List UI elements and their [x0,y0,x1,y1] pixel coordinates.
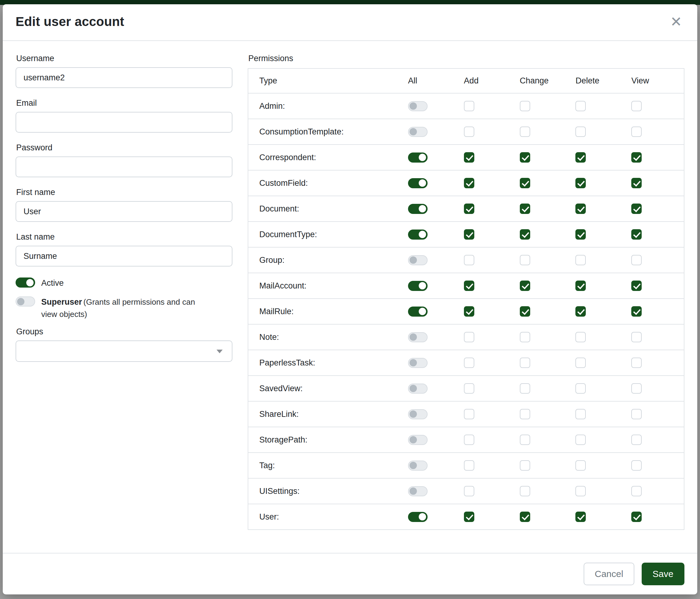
permission-all-toggle[interactable] [408,204,428,214]
permission-change-checkbox[interactable] [520,126,530,137]
permission-change-checkbox[interactable] [520,178,530,188]
permission-view-checkbox[interactable] [631,152,642,163]
permission-change-checkbox[interactable] [520,435,530,445]
permission-delete-checkbox[interactable] [575,358,586,368]
permission-add-checkbox[interactable] [464,358,474,368]
permission-change-checkbox[interactable] [520,409,530,419]
permission-change-checkbox[interactable] [520,306,530,317]
permission-view-checkbox[interactable] [631,486,642,496]
permission-all-toggle[interactable] [408,486,428,496]
permission-view-checkbox[interactable] [631,101,642,111]
permission-add-checkbox[interactable] [464,486,474,496]
permission-view-checkbox[interactable] [631,126,642,137]
permission-all-toggle[interactable] [408,435,428,445]
permission-all-toggle[interactable] [408,178,428,188]
superuser-toggle-row: Superuser (Grants all permissions and ca… [16,296,232,320]
permission-all-toggle[interactable] [408,512,428,522]
cancel-button[interactable]: Cancel [584,562,634,585]
permission-view-checkbox[interactable] [631,332,642,342]
permission-add-checkbox[interactable] [464,152,474,163]
permission-add-checkbox[interactable] [464,281,474,291]
permission-delete-checkbox[interactable] [575,152,586,163]
permission-view-checkbox[interactable] [631,255,642,265]
permission-all-toggle[interactable] [408,281,428,291]
permission-add-checkbox[interactable] [464,203,474,214]
permission-delete-checkbox[interactable] [575,126,586,137]
permission-delete-checkbox[interactable] [575,486,586,496]
permission-change-checkbox[interactable] [520,255,530,265]
close-icon[interactable]: ✕ [668,14,684,30]
permission-change-checkbox[interactable] [520,152,530,163]
permission-all-toggle[interactable] [408,255,428,265]
permission-delete-checkbox[interactable] [575,460,586,471]
permission-delete-checkbox[interactable] [575,101,586,111]
permission-change-checkbox[interactable] [520,229,530,240]
permission-change-checkbox[interactable] [520,358,530,368]
first-name-field[interactable] [16,201,232,222]
permission-add-checkbox[interactable] [464,460,474,471]
permission-change-checkbox[interactable] [520,460,530,471]
password-field[interactable] [16,157,232,177]
permission-add-checkbox[interactable] [464,101,474,111]
permission-delete-checkbox[interactable] [575,229,586,240]
permission-add-checkbox[interactable] [464,178,474,188]
permission-delete-checkbox[interactable] [575,511,586,522]
permission-view-checkbox[interactable] [631,306,642,317]
email-field[interactable] [16,112,232,133]
permission-view-checkbox[interactable] [631,229,642,240]
permission-view-checkbox[interactable] [631,511,642,522]
permission-all-toggle[interactable] [408,307,428,317]
permission-delete-checkbox[interactable] [575,332,586,342]
permission-add-checkbox[interactable] [464,229,474,240]
permission-add-checkbox[interactable] [464,435,474,445]
save-button[interactable]: Save [642,562,684,585]
permission-all-toggle[interactable] [408,384,428,393]
permission-all-toggle[interactable] [408,409,428,419]
permission-all-toggle[interactable] [408,358,428,368]
permission-add-checkbox[interactable] [464,126,474,137]
permission-change-checkbox[interactable] [520,281,530,291]
permission-all-toggle[interactable] [408,230,428,240]
permission-view-checkbox[interactable] [631,178,642,188]
permission-add-checkbox[interactable] [464,511,474,522]
permission-all-toggle[interactable] [408,127,428,137]
superuser-toggle[interactable] [16,296,35,307]
permission-view-checkbox[interactable] [631,409,642,419]
permission-delete-checkbox[interactable] [575,435,586,445]
username-input[interactable] [16,67,232,88]
permission-change-checkbox[interactable] [520,203,530,214]
active-toggle[interactable] [16,278,35,288]
permission-delete-checkbox[interactable] [575,281,586,291]
permission-view-checkbox[interactable] [631,460,642,471]
permission-all-toggle[interactable] [408,101,428,111]
permission-add-checkbox[interactable] [464,255,474,265]
permission-change-checkbox[interactable] [520,101,530,111]
permission-view-checkbox[interactable] [631,203,642,214]
permission-all-toggle[interactable] [408,152,428,163]
permission-view-checkbox[interactable] [631,358,642,368]
groups-select[interactable] [16,340,232,362]
permission-delete-checkbox[interactable] [575,203,586,214]
permission-all-toggle[interactable] [408,460,428,471]
permission-change-checkbox[interactable] [520,486,530,496]
permission-add-checkbox[interactable] [464,409,474,419]
permission-delete-checkbox[interactable] [575,383,586,393]
permission-delete-checkbox[interactable] [575,178,586,188]
permission-view-checkbox[interactable] [631,383,642,393]
last-name-field[interactable] [16,246,232,266]
permission-view-checkbox[interactable] [631,281,642,291]
permission-all-toggle[interactable] [408,332,428,342]
permission-add-checkbox[interactable] [464,383,474,393]
permission-type-label: PaperlessTask: [248,350,405,376]
permission-delete-checkbox[interactable] [575,409,586,419]
permission-change-checkbox[interactable] [520,332,530,342]
permission-delete-checkbox[interactable] [575,255,586,265]
permission-change-checkbox[interactable] [520,511,530,522]
permission-delete-checkbox[interactable] [575,306,586,317]
permission-type-label: Correspondent: [248,145,405,170]
permission-add-checkbox[interactable] [464,332,474,342]
permission-view-checkbox[interactable] [631,435,642,445]
permission-type-label: Admin: [248,93,405,119]
permission-add-checkbox[interactable] [464,306,474,317]
permission-change-checkbox[interactable] [520,383,530,393]
